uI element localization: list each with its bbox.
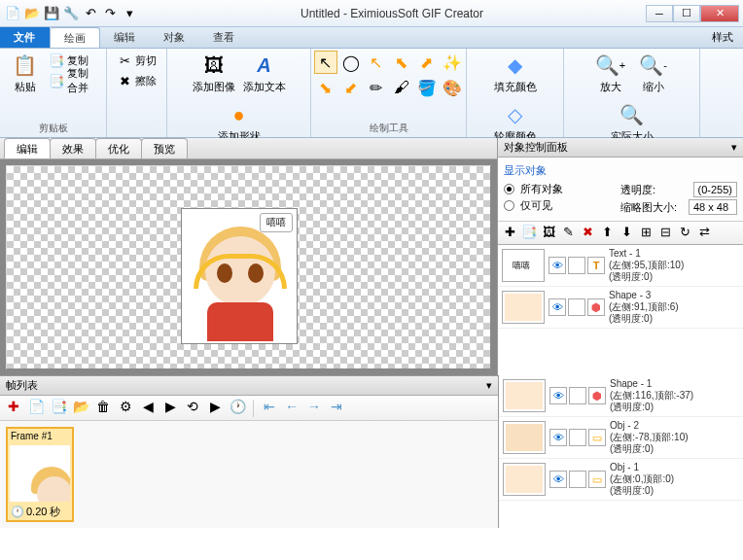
object-item-0[interactable]: 嘻嘻 👁T Text - 1(左侧:95,顶部:10)(透明度:0) xyxy=(498,245,743,287)
tab-object[interactable]: 对象 xyxy=(150,27,199,48)
titlebar: 📄 📂 💾 🔧 ↶ ↷ ▾ Untitled - EximiousSoft GI… xyxy=(0,0,743,27)
radio-all[interactable] xyxy=(504,184,514,194)
lock-toggle[interactable] xyxy=(569,471,586,488)
cut-button[interactable]: ✂剪切 xyxy=(114,51,159,70)
thumbsize-select[interactable]: 48 x 48 xyxy=(689,199,737,215)
tab-view[interactable]: 查看 xyxy=(199,27,249,48)
visibility-toggle[interactable]: 👁 xyxy=(549,387,567,404)
new-icon[interactable]: 📄 xyxy=(4,5,21,22)
fill-color-button[interactable]: ◆填充颜色 xyxy=(492,51,539,96)
fill-tool-icon[interactable]: 🪣 xyxy=(415,76,439,99)
zoom-out-button[interactable]: 🔍-缩小 xyxy=(634,51,673,96)
frame-play-icon[interactable]: ▶ xyxy=(205,399,225,418)
wizard-icon[interactable]: 🔧 xyxy=(62,5,80,22)
frame-1-time: 🕐0.20 秒 xyxy=(8,504,72,520)
etab-preview[interactable]: 预览 xyxy=(141,138,188,158)
speech-bubble[interactable]: 嘻嘻 xyxy=(260,213,293,232)
select-tool-icon[interactable]: ↖ xyxy=(314,51,337,74)
tab-edit[interactable]: 编辑 xyxy=(100,27,150,48)
frame-time-icon[interactable]: 🕐 xyxy=(228,399,247,418)
lock-toggle[interactable] xyxy=(568,298,585,316)
undo-icon[interactable]: ↶ xyxy=(82,5,99,22)
frame-dup-icon[interactable]: 📑 xyxy=(49,399,68,418)
object-item-2[interactable]: 👁⬢ Shape - 1(左侧:116,顶部:-37)(透明度:0) xyxy=(499,375,743,417)
frame-folder-icon[interactable]: 📂 xyxy=(71,399,90,418)
ribbon-group-cut: ✂剪切 ✖擦除 xyxy=(107,49,167,137)
visibility-toggle[interactable]: 👁 xyxy=(549,429,567,446)
frame-right-icon[interactable]: ▶ xyxy=(160,399,180,418)
frame-insert-icon[interactable]: 📄 xyxy=(26,399,46,418)
obj-copy-icon[interactable]: 📑 xyxy=(520,225,538,242)
qat-dropdown-icon[interactable]: ▾ xyxy=(121,5,138,22)
lock-toggle[interactable] xyxy=(569,429,586,446)
frame-prop-icon[interactable]: ⚙ xyxy=(116,399,135,418)
draw1-icon[interactable]: ⬊ xyxy=(314,76,337,99)
lock-toggle[interactable] xyxy=(568,257,585,274)
visibility-toggle[interactable]: 👁 xyxy=(548,298,566,316)
panel-header: 对象控制面板 ▾ xyxy=(498,138,743,158)
brush-tool-icon[interactable]: 🖌 xyxy=(390,76,413,99)
frame-1[interactable]: Frame #1 🕐0.20 秒 xyxy=(6,427,74,522)
type-icon: T xyxy=(587,257,605,274)
tab-file[interactable]: 文件 xyxy=(0,27,50,48)
obj-back-icon[interactable]: ⬇ xyxy=(618,225,635,242)
frame-rev-icon[interactable]: ⟲ xyxy=(183,399,202,418)
obj-front-icon[interactable]: ⬆ xyxy=(598,225,616,242)
close-button[interactable]: ✕ xyxy=(700,5,739,22)
tab-style[interactable]: 样式 xyxy=(702,27,743,48)
add-image-button[interactable]: 🖼添加图像 xyxy=(191,51,237,96)
maximize-button[interactable]: ☐ xyxy=(673,5,700,22)
open-icon[interactable]: 📂 xyxy=(23,5,41,22)
paste-button[interactable]: 📋粘贴 xyxy=(6,51,44,96)
tab-draw[interactable]: 绘画 xyxy=(50,27,100,48)
canvas[interactable]: 嘻嘻 xyxy=(0,159,497,375)
obj-new-icon[interactable]: ✚ xyxy=(501,225,518,242)
palette-tool-icon[interactable]: 🎨 xyxy=(441,76,464,99)
save-icon[interactable]: 💾 xyxy=(43,5,60,22)
object-toolbar: ✚ 📑 🖼 ✎ ✖ ⬆ ⬇ ⊞ ⊟ ↻ ⇄ xyxy=(498,222,743,245)
add-text-button[interactable]: A添加文本 xyxy=(241,51,288,96)
frame-del-icon[interactable]: 🗑 xyxy=(93,399,113,418)
arrow2-icon[interactable]: ⬉ xyxy=(390,51,413,74)
opacity-input[interactable]: (0-255) xyxy=(693,182,737,197)
frame-left-icon[interactable]: ◀ xyxy=(138,399,158,418)
obj-image-icon[interactable]: 🖼 xyxy=(540,225,557,242)
frame-next-icon[interactable]: → xyxy=(304,399,324,418)
visibility-toggle[interactable]: 👁 xyxy=(548,257,566,274)
object-item-4[interactable]: 👁▭ Obj - 1(左侧:0,顶部:0)(透明度:0) xyxy=(499,459,743,501)
erase-button[interactable]: ✖擦除 xyxy=(114,71,159,90)
arrow3-icon[interactable]: ⬈ xyxy=(415,51,439,74)
object-item-1[interactable]: 👁⬢ Shape - 3(左侧:91,顶部:6)(透明度:0) xyxy=(498,287,743,329)
etab-edit[interactable]: 编辑 xyxy=(4,138,51,158)
visibility-toggle[interactable]: 👁 xyxy=(549,471,567,488)
frame-add-icon[interactable]: ✚ xyxy=(4,399,23,418)
obj-delete-icon[interactable]: ✖ xyxy=(579,225,596,242)
radio-visible[interactable] xyxy=(504,200,514,211)
frame-prev-icon[interactable]: ← xyxy=(282,399,301,418)
pencil-tool-icon[interactable]: ✏ xyxy=(365,76,388,99)
obj-rotate-icon[interactable]: ↻ xyxy=(676,225,693,242)
wand-tool-icon[interactable]: ✨ xyxy=(441,51,464,74)
arrow1-icon[interactable]: ↖ xyxy=(365,51,388,74)
draw2-icon[interactable]: ⬋ xyxy=(339,76,363,99)
lasso-tool-icon[interactable]: ◯ xyxy=(339,51,363,74)
obj-flip-icon[interactable]: ⇄ xyxy=(695,225,713,242)
etab-effect[interactable]: 效果 xyxy=(50,138,96,158)
panel-dropdown-icon[interactable]: ▾ xyxy=(731,141,737,154)
frame-first-icon[interactable]: ⇤ xyxy=(260,399,279,418)
artwork-image[interactable]: 嘻嘻 xyxy=(181,208,298,344)
frames-dropdown-icon[interactable]: ▾ xyxy=(486,379,492,392)
zoom-in-button[interactable]: 🔍+放大 xyxy=(591,51,630,96)
ribbon-group-zoom: 🔍+放大 🔍-缩小 🔍实际大小 缩放视图 xyxy=(564,49,700,137)
merge-copy-button[interactable]: 📑复制合并 xyxy=(46,71,100,90)
etab-optimize[interactable]: 优化 xyxy=(95,138,142,158)
redo-icon[interactable]: ↷ xyxy=(101,5,119,22)
minimize-button[interactable]: ─ xyxy=(646,5,673,22)
object-item-3[interactable]: 👁▭ Obj - 2(左侧:-78,顶部:10)(透明度:0) xyxy=(499,417,743,459)
obj-group-icon[interactable]: ⊞ xyxy=(637,225,655,242)
paste-icon: 📋 xyxy=(13,52,38,78)
obj-ungroup-icon[interactable]: ⊟ xyxy=(656,225,674,242)
lock-toggle[interactable] xyxy=(569,387,586,404)
frame-last-icon[interactable]: ⇥ xyxy=(327,399,346,418)
obj-edit-icon[interactable]: ✎ xyxy=(559,225,577,242)
